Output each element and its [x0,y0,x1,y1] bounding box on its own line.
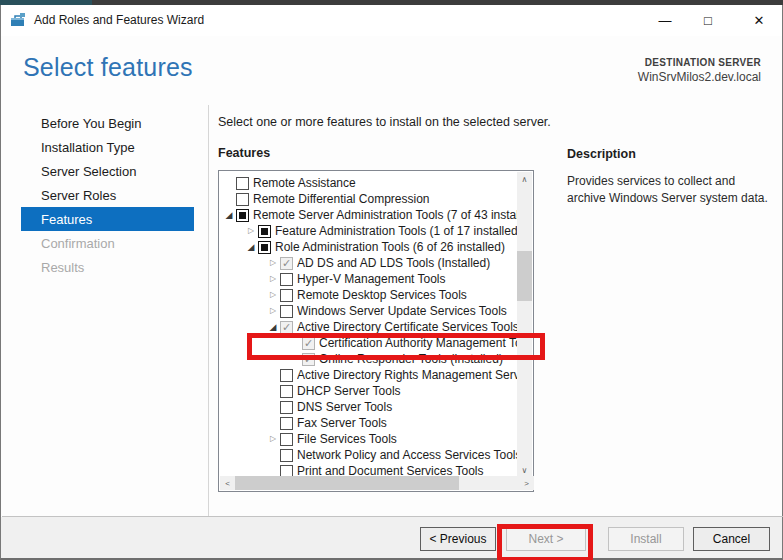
checkbox-unchecked[interactable] [280,273,293,286]
checkbox-unchecked[interactable] [280,369,293,382]
scroll-left-icon[interactable]: < [220,476,235,490]
checkbox-checked-disabled: ✓ [302,337,315,350]
destination-server-name: WinSrvMilos2.dev.local [638,70,761,84]
checkbox-indeterminate[interactable] [258,241,271,254]
tree-row: ◢✓Active Directory Certificate Services … [220,319,518,335]
tree-row: ▷Remote Desktop Services Tools [220,287,518,303]
checkbox-checked-disabled: ✓ [280,321,293,334]
checkbox-unchecked[interactable] [236,193,249,206]
sidebar-item-confirmation: Confirmation [21,231,194,255]
cancel-button[interactable]: Cancel [693,527,770,551]
checkbox-unchecked[interactable] [280,417,293,430]
tree-item-label[interactable]: Windows Server Update Services Tools [297,304,518,318]
checkbox-indeterminate[interactable] [236,209,249,222]
tree-item-label[interactable]: Remote Desktop Services Tools [297,288,518,302]
install-button: Install [608,527,684,551]
checkbox-unchecked[interactable] [280,449,293,462]
checkbox-checked-disabled: ✓ [302,353,315,366]
previous-button[interactable]: < Previous [420,527,496,551]
expander-collapsed-icon[interactable]: ▷ [266,271,280,287]
tree-row: DNS Server Tools [220,399,518,415]
description-body: Provides services to collect and archive… [567,173,769,208]
tree-row: ▷Windows Server Update Services Tools [220,303,518,319]
horizontal-scrollbar-thumb[interactable] [235,476,459,490]
expander-collapsed-icon[interactable]: ▷ [266,431,280,447]
horizontal-scrollbar[interactable]: < > [220,476,534,490]
features-tree: Remote AssistanceRemote Differential Com… [218,170,534,492]
sidebar-item-installation-type[interactable]: Installation Type [21,135,194,159]
expander-expanded-icon[interactable]: ◢ [222,207,236,223]
vertical-scrollbar[interactable]: ∧ ∨ [517,172,532,478]
tree-row: Network Policy and Access Services Tools [220,447,518,463]
tree-row: DHCP Server Tools [220,383,518,399]
tree-item-label[interactable]: Remote Assistance [253,176,518,190]
tree-item-label[interactable]: Feature Administration Tools (1 of 17 in… [275,224,518,238]
checkbox-unchecked[interactable] [280,305,293,318]
tree-item-label[interactable]: AD DS and AD LDS Tools (Installed) [297,256,518,270]
tree-item-label[interactable]: DNS Server Tools [297,400,518,414]
checkbox-checked-disabled: ✓ [280,257,293,270]
wizard-steps-sidebar: Before You BeginInstallation TypeServer … [21,111,194,279]
checkbox-unchecked[interactable] [280,401,293,414]
tree-item-label[interactable]: File Services Tools [297,432,518,446]
tree-row: ✓Online Responder Tools (Installed) [220,351,518,367]
expander-collapsed-icon[interactable]: ▷ [266,287,280,303]
tree-row: Remote Assistance [220,175,518,191]
tree-item-label[interactable]: Active Directory Certificate Services To… [297,320,518,334]
screenshot-root: Add Roles and Features Wizard — □ ✕ Sele… [0,0,783,560]
close-button[interactable]: ✕ [742,5,776,35]
tree-row: ▷File Services Tools [220,431,518,447]
window-title: Add Roles and Features Wizard [34,13,204,27]
expander-expanded-icon[interactable]: ◢ [266,319,280,335]
destination-server-label: DESTINATION SERVER [638,57,761,68]
sidebar-item-before-you-begin[interactable]: Before You Begin [21,111,194,135]
expander-collapsed-icon[interactable]: ▷ [244,223,258,239]
description-title: Description [567,147,636,161]
features-list-label: Features [218,146,270,160]
title-bar: Add Roles and Features Wizard — □ ✕ [1,5,782,36]
features-tree-rows: Remote AssistanceRemote Differential Com… [220,175,518,479]
wizard-icon [10,12,26,28]
maximize-button[interactable]: □ [691,5,725,35]
tree-item-label[interactable]: Remote Differential Compression [253,192,518,206]
sidebar-item-results: Results [21,255,194,279]
tree-row: ✓Certification Authority Management Tool… [220,335,518,351]
tree-row: ◢Role Administration Tools (6 of 26 inst… [220,239,518,255]
sidebar-item-server-roles[interactable]: Server Roles [21,183,194,207]
checkbox-unchecked[interactable] [280,289,293,302]
checkbox-indeterminate[interactable] [258,225,271,238]
tree-item-label[interactable]: Online Responder Tools (Installed) [319,352,518,366]
tree-item-label[interactable]: Remote Server Administration Tools (7 of… [253,208,518,222]
tree-item-label[interactable]: Hyper-V Management Tools [297,272,518,286]
checkbox-unchecked[interactable] [280,385,293,398]
tree-item-label[interactable]: DHCP Server Tools [297,384,518,398]
tree-item-label[interactable]: Role Administration Tools (6 of 26 insta… [275,240,518,254]
tree-row: ▷Feature Administration Tools (1 of 17 i… [220,223,518,239]
instruction-text: Select one or more features to install o… [218,115,551,129]
sidebar-item-features[interactable]: Features [21,207,194,231]
sidebar-divider [208,105,209,521]
scroll-right-icon[interactable]: > [519,476,534,490]
checkbox-unchecked[interactable] [280,433,293,446]
tree-row: Fax Server Tools [220,415,518,431]
footer-button-bar: < PreviousNext >InstallCancel [1,517,782,558]
tree-row: Remote Differential Compression [220,191,518,207]
add-roles-features-wizard-dialog: Add Roles and Features Wizard — □ ✕ Sele… [0,5,783,560]
expander-collapsed-icon[interactable]: ▷ [266,255,280,271]
destination-server-block: DESTINATION SERVER WinSrvMilos2.dev.loca… [638,57,761,84]
tree-row: ◢Remote Server Administration Tools (7 o… [220,207,518,223]
tree-row: ▷Hyper-V Management Tools [220,271,518,287]
page-title: Select features [23,53,193,82]
next-button: Next > [506,527,586,551]
tree-item-label[interactable]: Certification Authority Management Tools [319,336,518,350]
vertical-scrollbar-thumb[interactable] [517,251,532,301]
sidebar-item-server-selection[interactable]: Server Selection [21,159,194,183]
tree-item-label[interactable]: Fax Server Tools [297,416,518,430]
tree-item-label[interactable]: Active Directory Rights Management Servi… [297,368,518,382]
expander-collapsed-icon[interactable]: ▷ [266,303,280,319]
minimize-button[interactable]: — [648,5,682,35]
expander-expanded-icon[interactable]: ◢ [244,239,258,255]
checkbox-unchecked[interactable] [236,177,249,190]
scroll-up-icon[interactable]: ∧ [517,172,532,187]
tree-item-label[interactable]: Network Policy and Access Services Tools [297,448,518,462]
